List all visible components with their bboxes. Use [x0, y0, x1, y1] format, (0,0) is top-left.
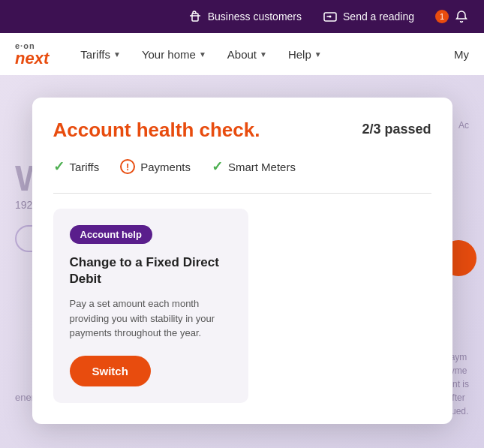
check-payments-label: Payments	[140, 161, 191, 173]
check-smart-meters-label: Smart Meters	[228, 161, 296, 173]
nav-my-label: My	[454, 48, 469, 61]
modal-score: 2/3 passed	[362, 122, 431, 137]
nav-tariffs[interactable]: Tariffs ▼	[71, 42, 130, 67]
check-smart-meters: ✓ Smart Meters	[212, 158, 296, 175]
nav-help-label: Help	[288, 48, 311, 61]
nav-tariffs-label: Tariffs	[80, 48, 110, 61]
tariffs-chevron-icon: ▼	[113, 50, 121, 59]
check-tariffs-label: Tariffs	[70, 161, 100, 173]
help-chevron-icon: ▼	[314, 50, 322, 59]
nav-about[interactable]: About ▼	[218, 42, 276, 67]
account-help-card: Account help Change to a Fixed Direct De…	[53, 209, 248, 403]
smart-meters-pass-icon: ✓	[212, 158, 223, 175]
send-reading-link[interactable]: Send a reading	[323, 9, 414, 24]
switch-button[interactable]: Switch	[70, 356, 151, 386]
modal-divider	[53, 193, 431, 194]
check-payments: ! Payments	[120, 159, 191, 174]
payments-warn-icon: !	[120, 159, 135, 174]
notification-bell[interactable]: 1	[435, 9, 469, 24]
business-customers-link[interactable]: Business customers	[188, 9, 302, 24]
business-customers-label: Business customers	[208, 11, 302, 23]
send-reading-label: Send a reading	[343, 11, 414, 23]
modal-title: Account health check.	[53, 119, 260, 142]
nav-my-account[interactable]: My	[454, 48, 469, 61]
tariffs-pass-icon: ✓	[53, 158, 65, 175]
nav-items-container: Tariffs ▼ Your home ▼ About ▼ Help ▼	[71, 42, 454, 67]
svg-point-3	[329, 16, 332, 18]
check-tariffs: ✓ Tariffs	[53, 158, 100, 175]
card-badge: Account help	[70, 225, 152, 244]
your-home-chevron-icon: ▼	[199, 50, 206, 59]
nav-about-label: About	[227, 48, 257, 61]
account-health-modal: Account health check. 2/3 passed ✓ Tarif…	[32, 98, 452, 424]
card-title: Change to a Fixed Direct Debit	[70, 254, 232, 287]
about-chevron-icon: ▼	[260, 50, 267, 59]
card-description: Pay a set amount each month providing yo…	[70, 296, 232, 341]
nav-your-home-label: Your home	[142, 48, 196, 61]
svg-rect-0	[192, 14, 198, 21]
modal-header: Account health check. 2/3 passed	[53, 119, 431, 142]
logo-next-text: next	[15, 50, 49, 67]
nav-your-home[interactable]: Your home ▼	[133, 42, 215, 67]
nav-help[interactable]: Help ▼	[279, 42, 331, 67]
notification-count: 1	[435, 10, 449, 23]
bell-icon	[454, 9, 469, 24]
check-items-row: ✓ Tariffs ! Payments ✓ Smart Meters	[53, 158, 431, 175]
meter-icon	[323, 9, 338, 24]
briefcase-icon	[188, 9, 203, 24]
modal-overlay: Account health check. 2/3 passed ✓ Tarif…	[0, 75, 484, 448]
main-navigation: e·on next Tariffs ▼ Your home ▼ About ▼ …	[0, 33, 484, 75]
top-utility-bar: Business customers Send a reading 1	[0, 0, 484, 33]
eon-next-logo[interactable]: e·on next	[15, 42, 49, 67]
